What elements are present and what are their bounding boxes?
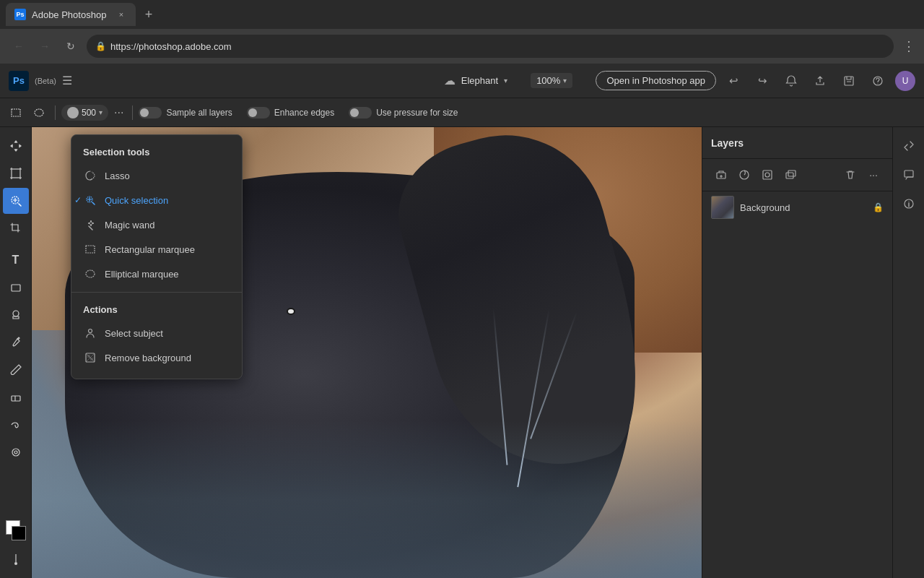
select-subject-item[interactable]: Select subject — [71, 321, 242, 345]
brush-size-value: 500 — [82, 108, 96, 118]
back-button[interactable]: ← — [9, 36, 29, 56]
share-button[interactable] — [808, 69, 832, 92]
layers-more-button[interactable]: ··· — [863, 165, 884, 185]
tab-close-button[interactable]: × — [116, 9, 127, 20]
elliptical-marquee-tool-btn[interactable] — [29, 103, 49, 123]
chat-button[interactable] — [896, 162, 922, 188]
magic-wand-icon — [83, 217, 97, 232]
layers-panel: Layers ··· — [702, 127, 892, 578]
expand-panels-button[interactable] — [896, 133, 922, 159]
svg-rect-24 — [786, 173, 793, 178]
rectangular-marquee-item[interactable]: Rectangular marquee — [71, 237, 242, 262]
move-tool[interactable] — [3, 133, 29, 159]
redo-button[interactable]: ↪ — [751, 69, 774, 92]
photoshop-app: Ps (Beta) ☰ ☁ Elephant ▾ 100% ▾ Open in … — [0, 64, 924, 578]
info-button[interactable] — [896, 191, 922, 217]
panel-toolbar: ··· — [702, 159, 892, 191]
url-bar[interactable]: 🔒 https://photoshop.adobe.com — [87, 35, 894, 58]
brush-size-control[interactable]: 500 ▾ — [61, 105, 108, 121]
new-tab-button[interactable]: + — [139, 4, 159, 25]
dodge-tool[interactable] — [3, 439, 29, 465]
rectangular-marquee-label: Rectangular marquee — [105, 244, 195, 255]
browser-chrome: Ps Adobe Photoshop × + ← → ↻ 🔒 https://p… — [0, 0, 924, 64]
remove-background-label: Remove background — [105, 353, 191, 363]
artboard-tool[interactable] — [3, 160, 29, 186]
background-color[interactable] — [12, 526, 26, 540]
effects-button[interactable] — [734, 165, 754, 185]
open-in-photoshop-button[interactable]: Open in Photoshop app — [596, 71, 716, 90]
svg-point-11 — [14, 451, 17, 454]
quick-selection-item[interactable]: ✓ Quick selection — [71, 188, 242, 212]
svg-point-28 — [908, 201, 909, 202]
toolbar-divider-2 — [132, 105, 133, 120]
delete-layer-button[interactable] — [840, 165, 860, 185]
user-avatar[interactable]: U — [895, 71, 915, 91]
remove-background-item[interactable]: Remove background — [71, 345, 242, 370]
shape-tool[interactable] — [3, 275, 29, 301]
doc-name-chevron[interactable]: ▾ — [504, 77, 507, 85]
notification-button[interactable] — [780, 69, 803, 92]
zoom-chevron: ▾ — [563, 77, 567, 85]
zoom-control[interactable]: 100% ▾ — [531, 73, 572, 88]
address-bar: ← → ↻ 🔒 https://photoshop.adobe.com ⋮ — [0, 29, 924, 64]
smudge-tool[interactable] — [3, 412, 29, 438]
svg-rect-3 — [12, 109, 20, 116]
quick-selection-tool[interactable] — [3, 188, 29, 214]
lasso-tool-item[interactable]: Lasso — [71, 163, 242, 188]
magic-wand-label: Magic wand — [105, 220, 154, 230]
stamp-tool[interactable] — [3, 302, 29, 328]
type-tool[interactable]: T — [3, 247, 29, 273]
toolbar-more-button[interactable]: ··· — [111, 106, 126, 119]
url-text: https://photoshop.adobe.com — [110, 41, 232, 52]
svg-point-2 — [877, 83, 878, 84]
brush-tool[interactable] — [3, 357, 29, 383]
forward-button[interactable]: → — [35, 36, 55, 56]
svg-point-23 — [765, 173, 770, 177]
svg-rect-9 — [12, 396, 20, 401]
elliptical-marquee-item[interactable]: Elliptical marquee — [71, 262, 242, 286]
active-tab[interactable]: Ps Adobe Photoshop × — [6, 3, 136, 26]
use-pressure-toggle[interactable] — [349, 107, 372, 118]
quick-selection-icon — [83, 193, 97, 207]
reload-button[interactable]: ↻ — [61, 36, 81, 56]
ps-logo: Ps — [9, 71, 29, 91]
toolbar-divider-1 — [55, 105, 56, 120]
check-mark-icon: ✓ — [74, 195, 82, 205]
selection-tools-dropdown: Selection tools Lasso ✓ Quick selection — [71, 134, 243, 379]
mask-button[interactable] — [757, 165, 777, 185]
layer-name: Background — [740, 202, 867, 213]
eyedropper-tool[interactable] — [3, 329, 29, 355]
beta-badge: (Beta) — [35, 77, 56, 85]
svg-rect-19 — [90, 358, 93, 361]
save-button[interactable] — [837, 69, 860, 92]
help-button[interactable] — [866, 69, 889, 92]
crop-tool[interactable] — [3, 215, 29, 241]
selection-tools-title: Selection tools — [71, 144, 242, 163]
quick-selection-label: Quick selection — [105, 195, 168, 206]
add-layer-button[interactable] — [711, 165, 731, 185]
sample-all-layers-label: Sample all layers — [166, 108, 232, 118]
clip-mask-button[interactable] — [780, 165, 801, 185]
elephant-eye — [287, 308, 295, 315]
magic-wand-item[interactable]: Magic wand — [71, 212, 242, 237]
enhance-edges-toggle-group: Enhance edges — [247, 107, 334, 118]
canvas-area[interactable]: Selection tools Lasso ✓ Quick selection — [32, 127, 702, 578]
undo-button[interactable]: ↩ — [722, 69, 745, 92]
svg-rect-7 — [12, 285, 20, 291]
hamburger-menu-button[interactable]: ☰ — [62, 74, 72, 87]
sample-all-layers-toggle-group: Sample all layers — [139, 107, 232, 118]
enhance-edges-toggle[interactable] — [247, 107, 270, 118]
document-name[interactable]: Elephant — [461, 75, 498, 86]
adjust-tool[interactable] — [3, 546, 29, 572]
browser-menu-button[interactable]: ⋮ — [902, 38, 915, 54]
use-pressure-label: Use pressure for size — [376, 108, 458, 118]
background-layer-item[interactable]: Background 🔒 — [702, 191, 892, 223]
sample-all-layers-toggle[interactable] — [139, 107, 162, 118]
brush-size-dot — [67, 107, 79, 118]
rectangular-marquee-tool-btn[interactable] — [6, 103, 26, 123]
main-area: T — [0, 127, 924, 578]
eraser-tool[interactable] — [3, 384, 29, 410]
svg-point-15 — [86, 270, 95, 277]
tab-bar: Ps Adobe Photoshop × + — [0, 0, 924, 29]
color-swatch[interactable] — [6, 520, 26, 540]
